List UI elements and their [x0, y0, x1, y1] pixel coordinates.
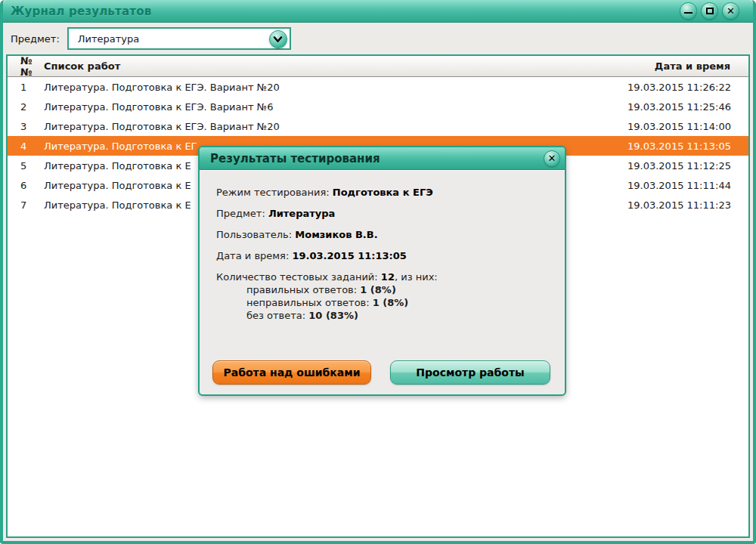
row-num: 1 [8, 82, 44, 93]
row-num: 3 [8, 121, 44, 132]
dialog-body: Режим тестирования: Подготовка к ЕГЭ Пре… [200, 170, 565, 396]
window-title: Журнал результатов [11, 5, 680, 18]
row-num: 2 [8, 101, 44, 113]
row-datetime: 19.03.2015 11:26:22 [627, 82, 748, 93]
row-datetime: 19.03.2015 11:11:44 [627, 180, 748, 191]
subject-dropdown-value: Литература [78, 33, 140, 45]
field-value: Подготовка к ЕГЭ [333, 187, 433, 198]
table-row[interactable]: 2 Литература. Подготовка к ЕГЭ. Вариант … [8, 97, 748, 116]
subject-dropdown[interactable]: Литература [67, 27, 291, 50]
field-label: Количество тестовых заданий: [216, 271, 378, 283]
breakdown-correct: правильных ответов: 1 (8%) [246, 284, 550, 295]
subject-label: Предмет: [11, 33, 60, 45]
view-work-button[interactable]: Просмотр работы [390, 360, 550, 385]
titlebar: Журнал результатов ✕ [3, 0, 753, 23]
row-num: 7 [8, 199, 44, 211]
field-datetime: Дата и время: 19.03.2015 11:13:05 [216, 250, 550, 261]
dialog-title: Результаты тестирования [210, 152, 544, 165]
field-value: Момзиков В.В. [295, 229, 377, 240]
close-icon: ✕ [727, 6, 735, 16]
row-datetime: 19.03.2015 11:13:05 [627, 141, 748, 152]
field-label: Предмет: [216, 208, 265, 219]
field-label: без ответа: [246, 310, 305, 321]
row-num: 6 [8, 180, 44, 191]
field-value: 12 [381, 271, 395, 283]
column-header-datetime: Дата и время [627, 60, 748, 72]
subject-dropdown-button[interactable] [269, 30, 287, 48]
table-row[interactable]: 1 Литература. Подготовка к ЕГЭ. Вариант … [8, 77, 748, 97]
table-header-row: №№ Список работ Дата и время [8, 56, 748, 77]
field-value: Литература [268, 208, 335, 219]
toolbar: Предмет: Литература [6, 23, 750, 54]
breakdown-unanswered: без ответа: 10 (83%) [246, 310, 550, 321]
field-label: Дата и время: [216, 250, 289, 261]
field-value: 19.03.2015 11:13:05 [292, 250, 406, 261]
maximize-button[interactable] [701, 2, 718, 20]
field-user: Пользователь: Момзиков В.В. [216, 229, 550, 240]
dialog-buttons: Работа над ошибками Просмотр работы [212, 360, 550, 385]
row-num: 4 [8, 141, 44, 152]
close-icon: ✕ [548, 153, 556, 163]
field-value: 1 (8%) [373, 297, 409, 308]
maximize-icon [706, 8, 714, 14]
field-label: Пользователь: [216, 229, 292, 240]
test-results-dialog: Результаты тестирования ✕ Режим тестиров… [198, 146, 566, 396]
field-subject: Предмет: Литература [216, 208, 550, 219]
row-datetime: 19.03.2015 11:12:25 [627, 160, 748, 172]
row-title: Литература. Подготовка к ЕГЭ. Вариант №6 [44, 101, 627, 113]
fix-errors-button[interactable]: Работа над ошибками [212, 360, 371, 385]
row-title: Литература. Подготовка к ЕГЭ. Вариант №2… [44, 82, 627, 93]
close-button[interactable]: ✕ [722, 2, 739, 20]
field-label: Режим тестирования: [216, 187, 330, 198]
column-header-title: Список работ [44, 60, 627, 72]
row-datetime: 19.03.2015 11:25:46 [627, 101, 748, 113]
breakdown-incorrect: неправильных ответов: 1 (8%) [246, 297, 550, 308]
row-datetime: 19.03.2015 11:11:23 [627, 199, 748, 211]
field-value: 1 (8%) [360, 284, 396, 295]
minimize-button[interactable] [680, 2, 697, 20]
row-title: Литература. Подготовка к ЕГЭ. Вариант №2… [44, 121, 627, 132]
dialog-titlebar: Результаты тестирования ✕ [200, 147, 565, 170]
field-label: правильных ответов: [246, 284, 357, 295]
dialog-close-button[interactable]: ✕ [544, 150, 560, 167]
field-label: неправильных ответов: [246, 297, 370, 308]
minimize-icon [684, 12, 692, 14]
table-row[interactable]: 3 Литература. Подготовка к ЕГЭ. Вариант … [8, 116, 748, 136]
field-test-mode: Режим тестирования: Подготовка к ЕГЭ [216, 187, 550, 198]
window-controls: ✕ [680, 2, 739, 20]
field-value: 10 (83%) [308, 310, 358, 321]
field-task-count: Количество тестовых заданий: 12, из них: [216, 271, 550, 283]
column-header-num: №№ [8, 55, 44, 78]
row-num: 5 [8, 160, 44, 172]
field-suffix: , из них: [395, 271, 438, 283]
row-datetime: 19.03.2015 11:14:00 [627, 121, 748, 132]
results-journal-window: Журнал результатов ✕ Предмет: Литература [0, 0, 756, 544]
chevron-down-icon [272, 35, 284, 44]
